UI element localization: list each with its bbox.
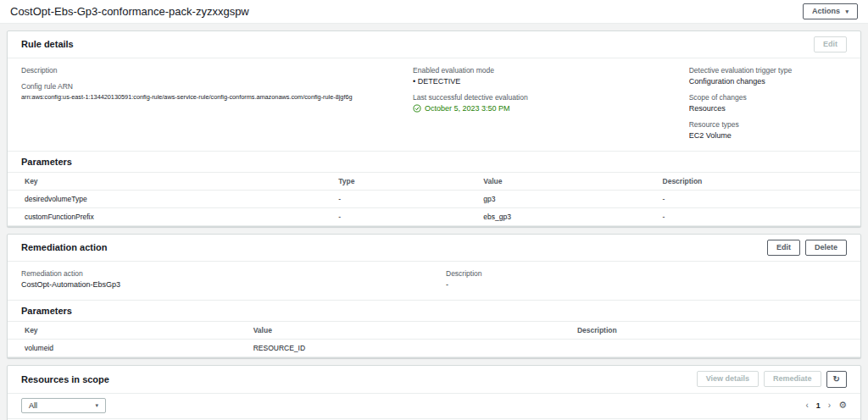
- table-row: volumeid RESOURCE_ID: [8, 339, 860, 356]
- resource-types-label: Resource types: [689, 120, 868, 129]
- compliance-filter-value: All: [29, 401, 37, 410]
- compliance-filter-dropdown[interactable]: All ▾: [21, 398, 106, 413]
- rule-parameters-header: Parameters: [8, 151, 860, 172]
- page-header: CostOpt-Ebs-Gp3-conformance-pack-zyzxxgs…: [0, 0, 868, 24]
- view-details-button: View details: [697, 371, 759, 387]
- param-value: gp3: [476, 190, 655, 207]
- next-page-icon[interactable]: ›: [828, 401, 831, 410]
- remediation-parameters-title: Parameters: [21, 306, 847, 316]
- column-header-value: Value: [476, 172, 655, 190]
- rule-details-grid: Description Config rule ARN arn:aws:conf…: [8, 58, 860, 151]
- table-row: desiredvolumeType - gp3 -: [8, 190, 860, 207]
- last-eval-label: Last successful detective evaluation: [413, 93, 677, 102]
- table-header-row: Key Value Description: [8, 321, 860, 339]
- column-header-type: Type: [331, 172, 476, 190]
- rule-parameters-title: Parameters: [21, 157, 847, 167]
- refresh-icon: ↻: [833, 374, 840, 384]
- resource-types-value: EC2 Volume: [689, 131, 868, 140]
- param-key: desiredvolumeType: [8, 190, 331, 207]
- last-eval-value: October 5, 2023 3:50 PM: [413, 104, 510, 113]
- rule-details-card: Rule details Edit Description Config rul…: [7, 30, 861, 227]
- remediation-action-label: Remediation action: [21, 269, 434, 278]
- remediation-grid: Remediation action CostOpt-Automation-Eb…: [8, 262, 860, 300]
- pagination: ‹ 1 › ⚙: [805, 400, 847, 411]
- preferences-gear-icon[interactable]: ⚙: [838, 400, 847, 411]
- rule-details-header: Rule details Edit: [8, 31, 860, 58]
- resources-title: Resources in scope: [21, 374, 109, 384]
- table-header-row: Key Type Value Description: [8, 172, 860, 190]
- rule-details-col-3: Detective evaluation trigger type Config…: [689, 66, 868, 147]
- trigger-type-label: Detective evaluation trigger type: [689, 66, 868, 75]
- rule-parameters-table: Key Type Value Description desiredvolume…: [8, 172, 860, 226]
- column-header-description: Description: [656, 172, 860, 190]
- last-eval-date: October 5, 2023 3:50 PM: [425, 104, 510, 113]
- column-header-key: Key: [8, 321, 247, 339]
- rule-edit-button: Edit: [814, 36, 847, 52]
- param-description: [570, 339, 860, 356]
- param-value: ebs_gp3: [476, 207, 655, 225]
- param-type: -: [331, 207, 476, 225]
- scope-of-changes-value: Resources: [689, 104, 868, 113]
- current-page-number[interactable]: 1: [816, 401, 821, 410]
- param-key: volumeid: [8, 339, 247, 356]
- remediation-delete-button[interactable]: Delete: [805, 240, 847, 256]
- config-rule-arn-value: arn:aws:config:us-east-1:134420130591:co…: [21, 93, 401, 101]
- remediation-card: Remediation action Edit Delete Remediati…: [7, 234, 861, 358]
- previous-page-icon[interactable]: ‹: [805, 401, 808, 410]
- eval-mode-value: DETECTIVE: [413, 77, 677, 86]
- chevron-down-icon: ▾: [845, 8, 849, 14]
- description-label: Description: [21, 66, 401, 75]
- remediation-parameters-table: Key Value Description volumeid RESOURCE_…: [8, 321, 860, 357]
- param-description: -: [656, 190, 860, 207]
- config-rule-arn-label: Config rule ARN: [21, 82, 401, 91]
- param-type: -: [331, 190, 476, 207]
- eval-mode-label: Enabled evaluation mode: [413, 66, 677, 75]
- page-title: CostOpt-Ebs-Gp3-conformance-pack-zyzxxgs…: [10, 5, 249, 18]
- success-check-icon: [413, 104, 421, 113]
- remediate-button: Remediate: [764, 371, 821, 387]
- resources-card: Resources in scope View details Remediat…: [7, 365, 861, 420]
- resources-header: Resources in scope View details Remediat…: [8, 366, 860, 394]
- rule-details-col-1: Description Config rule ARN arn:aws:conf…: [21, 66, 401, 147]
- param-key: customFunctionPrefix: [8, 207, 331, 225]
- param-description: -: [656, 207, 860, 225]
- rule-details-title: Rule details: [21, 39, 74, 49]
- resources-toolbar: All ▾ ‹ 1 › ⚙: [8, 394, 860, 418]
- remediation-action-value: CostOpt-Automation-EbsGp3: [21, 280, 434, 289]
- remediation-header: Remediation action Edit Delete: [8, 235, 860, 262]
- remediation-parameters-header: Parameters: [8, 300, 860, 321]
- table-row: customFunctionPrefix - ebs_gp3 -: [8, 207, 860, 225]
- scope-of-changes-label: Scope of changes: [689, 93, 868, 102]
- column-header-description: Description: [570, 321, 860, 339]
- actions-button[interactable]: Actions ▾: [803, 3, 858, 19]
- remediation-description-label: Description: [446, 269, 859, 278]
- column-header-value: Value: [247, 321, 570, 339]
- refresh-button[interactable]: ↻: [826, 371, 847, 388]
- remediation-title: Remediation action: [21, 242, 107, 252]
- remediation-description-value: -: [446, 280, 859, 289]
- trigger-type-value: Configuration changes: [689, 77, 868, 86]
- param-value: RESOURCE_ID: [247, 339, 570, 356]
- remediation-edit-button[interactable]: Edit: [767, 240, 800, 256]
- column-header-key: Key: [8, 172, 331, 190]
- rule-details-col-2: Enabled evaluation mode DETECTIVE Last s…: [413, 66, 677, 147]
- chevron-down-icon: ▾: [95, 402, 98, 409]
- actions-button-label: Actions: [812, 7, 840, 15]
